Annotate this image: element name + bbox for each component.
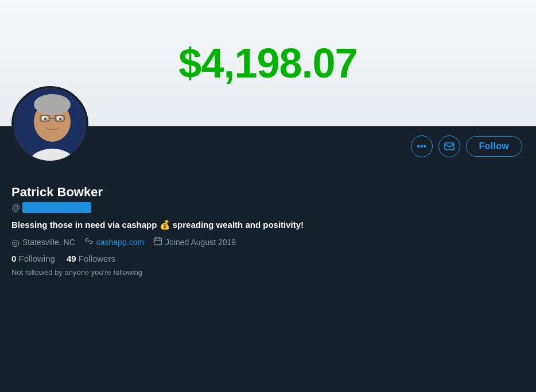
following-stat[interactable]: 0 Following — [11, 254, 55, 263]
website-item: cashapp.com — [84, 236, 144, 248]
action-buttons-row: ••• Follow — [11, 126, 525, 157]
stats-row: 0 Following 49 Followers — [11, 254, 525, 263]
more-button[interactable]: ••• — [411, 135, 433, 157]
joined-text: Joined August 2019 — [165, 238, 236, 247]
location-text: Statesville, NC — [22, 238, 75, 247]
svg-point-4 — [34, 94, 71, 115]
location-icon: ◎ — [11, 237, 20, 248]
display-name: Patrick Bowker — [11, 185, 525, 200]
followers-count: 49 — [67, 254, 76, 263]
followers-label: Followers — [79, 254, 115, 263]
svg-rect-13 — [154, 238, 162, 245]
profile-info: Patrick Bowker @ Blessing those in need … — [11, 185, 525, 284]
followers-stat[interactable]: 49 Followers — [67, 254, 115, 263]
follow-button[interactable]: Follow — [466, 136, 522, 157]
svg-point-7 — [44, 118, 47, 121]
bio-text: Blessing those in need via cashapp 💰 spr… — [11, 219, 525, 231]
calendar-icon — [153, 236, 162, 248]
svg-rect-12 — [445, 143, 454, 150]
username-at-symbol: @ — [11, 203, 20, 212]
username-handle — [22, 202, 91, 213]
joined-item: Joined August 2019 — [153, 236, 236, 248]
following-count: 0 — [11, 254, 16, 263]
message-button[interactable] — [438, 135, 460, 157]
following-label: Following — [19, 254, 55, 263]
link-icon — [84, 236, 94, 248]
username-row: @ — [11, 202, 525, 213]
avatar-image — [14, 88, 86, 161]
website-link[interactable]: cashapp.com — [96, 238, 144, 247]
not-followed-text: Not followed by anyone you're following — [11, 268, 525, 277]
meta-row: ◎ Statesville, NC cashapp.com — [11, 236, 525, 248]
location-item: ◎ Statesville, NC — [11, 237, 75, 248]
svg-point-8 — [59, 118, 62, 121]
profile-area: ••• Follow Patrick Bowker @ Blessing tho… — [0, 126, 536, 284]
banner-amount: $4,198.07 — [178, 40, 357, 87]
avatar — [11, 86, 88, 163]
